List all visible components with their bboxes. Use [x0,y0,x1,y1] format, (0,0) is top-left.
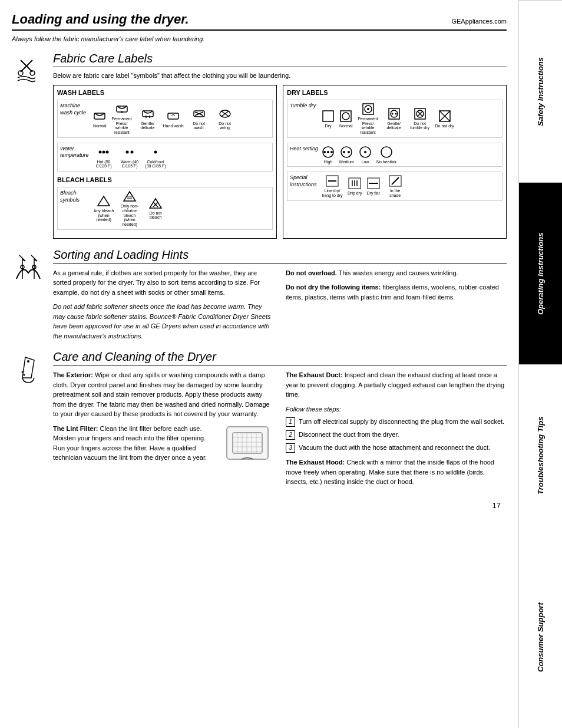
sorting-right: Do not overload. This wastes energy and … [286,268,507,341]
do-not-dry-bold: Do not dry the following items: [286,284,381,291]
bleach-label: Bleach symbols [60,190,90,203]
tumble-dry-normal: Normal [339,110,353,129]
sidebar-tab-safety[interactable]: Safety Instructions [519,0,562,182]
bleach-labels-title: BLEACH LABELS [57,176,273,183]
special-instructions-label: Special instructions [290,174,319,188]
exterior-text: The Exterior: Wipe or dust any spills or… [53,370,274,419]
main-content: Loading and using the dryer. GEAppliance… [0,0,518,728]
right-sidebar: Safety Instructions Operating Instructio… [518,0,562,728]
labels-container: WASH LABELS Machine wash cycle Normal [53,85,507,239]
heat-high: High [322,146,335,164]
fabric-care-title: Fabric Care Labels [53,52,507,67]
lint-filter-section: The Lint Filter: Clean the lint filter b… [53,424,274,467]
hot-temp-symbol: Hot (50 C/120 F) [93,146,114,169]
heat-low: Low [359,146,372,164]
exhaust-hood-bold: The Exhaust Hood: [286,459,345,466]
lint-filter-bold: The Lint Filter: [53,425,98,432]
page-number: 17 [12,501,507,510]
tumble-dry-row: Tumble dry Dry Normal [287,100,503,138]
bleach-labels-container: BLEACH LABELS Bleach symbols Any bleach … [57,176,273,229]
any-bleach-symbol: Any bleach (when needed) [93,195,114,222]
svg-point-49 [341,147,352,157]
dry-labels-title: DRY LABELS [287,89,503,96]
follow-steps-text: Follow these steps: [286,404,507,414]
step-3-text: Vacuum the duct with the hose attachment… [299,443,490,452]
exhaust-duct-bold: The Exhaust Duct: [286,371,343,378]
care-cleaning-icon [12,353,47,387]
care-left: The Exterior: Wipe or dust any spills or… [53,370,274,492]
bleach-symbols-row: Bleach symbols Any bleach (when needed) [57,187,273,229]
dry-flat-symbol: Dry flat [367,177,380,196]
fabric-care-icon [12,54,47,88]
water-temp-icons: Hot (50 C/120 F) Warm (40 C/105 F) Cold/… [93,146,166,169]
svg-point-51 [348,151,350,153]
tumble-dry-gentle: Gentle/ delicate [384,107,405,130]
svg-point-36 [391,113,393,114]
drip-dry-symbol: Drip dry [348,177,362,196]
sidebar-tab-consumer[interactable]: Consumer Support [519,546,562,728]
svg-point-54 [381,147,392,157]
exterior-bold: The Exterior: [53,371,93,378]
machine-wash-row: Machine wash cycle Normal Permane [57,100,273,138]
sorting-content: Sorting and Loading Hints As a general r… [53,248,507,341]
fabric-care-desc: Below are fabric care label "symbols" th… [53,72,507,79]
svg-point-16 [103,150,105,153]
line-dry-symbol: Line dry/ hang to dry [322,174,343,197]
heat-setting-label: Heat setting [290,146,319,153]
subtitle: Always follow the fabric manufacturer's … [12,35,507,42]
tumble-dry-label: Tumble dry [290,103,319,110]
svg-rect-8 [168,113,178,119]
svg-point-19 [131,150,134,153]
website-url: GEAppliances.com [451,18,507,25]
do-not-wring-symbol: Do not wring [214,107,236,130]
heat-setting-icons: High Medium Low [322,146,396,164]
svg-point-30 [342,113,349,120]
do-not-overload-text: Do not overload. This wastes energy and … [286,268,507,278]
svg-point-50 [343,151,345,153]
water-temp-label: Water temperature [60,146,90,159]
step-3-number: 3 [286,443,295,453]
do-not-overload-bold: Do not overload. [286,269,337,276]
svg-point-69 [24,374,25,376]
heat-none: No heat/air [376,146,396,164]
fabric-care-section: Fabric Care Labels Below are fabric care… [12,52,507,239]
heat-setting-row: Heat setting High Medium [287,143,503,167]
exhaust-hood-text: The Exhaust Hood: Check with a mirror th… [286,457,507,487]
lint-filter-image [221,424,274,467]
svg-point-53 [364,151,366,153]
sorting-section: Sorting and Loading Hints As a general r… [12,248,507,341]
step-1-text: Turn off electrical supply by disconnect… [299,417,504,426]
sidebar-tab-troubleshooting[interactable]: Troubleshooting Tips [519,364,562,546]
perm-press-wash-symbol: Permanent Press/ wrinkle resistant [111,103,133,135]
machine-wash-label: Machine wash cycle [60,103,90,116]
machine-wash-icons: Normal Permanent Press/ wrinkle resistan… [93,103,236,135]
sidebar-tab-operating[interactable]: Operating Instructions [519,182,562,364]
svg-point-18 [126,150,129,153]
non-chlorine-bleach-symbol: Only non-chlorine bleach (when needed) [119,190,140,226]
fabric-care-content: Fabric Care Labels Below are fabric care… [53,52,507,239]
svg-point-15 [99,150,102,153]
step-1-number: 1 [286,417,295,427]
svg-line-64 [392,177,399,185]
care-cleaning-content: Care and Cleaning of the Dryer The Exter… [53,350,507,492]
svg-point-17 [106,150,109,153]
bleach-icons: Any bleach (when needed) Only non-chlori… [93,190,166,226]
care-cleaning-title: Care and Cleaning of the Dryer [53,350,507,365]
step-1: 1 Turn off electrical supply by disconne… [286,417,507,427]
svg-marker-25 [150,199,161,208]
sorting-main-text: As a general rule, if clothes are sorted… [53,268,274,298]
svg-rect-28 [323,111,333,121]
sorting-italic-text: Do not add fabric softener sheets once t… [53,302,274,341]
do-not-dry-text: Do not dry the following items: fibergla… [286,282,507,302]
sorting-icon [12,251,47,285]
step-2-text: Disconnect the duct from the dryer. [299,430,399,439]
svg-marker-22 [124,192,135,201]
wash-bleach-labels: WASH LABELS Machine wash cycle Normal [53,85,277,239]
wash-labels-title: WASH LABELS [57,89,273,96]
svg-marker-21 [98,196,110,206]
svg-point-67 [27,360,29,363]
do-not-overload-detail: This wastes energy and causes wrinkling. [339,269,458,276]
tumble-dry-icons: Dry Normal Permanent Press/ wrinkle resi… [322,103,454,135]
svg-point-37 [395,113,396,114]
svg-point-33 [367,108,369,110]
